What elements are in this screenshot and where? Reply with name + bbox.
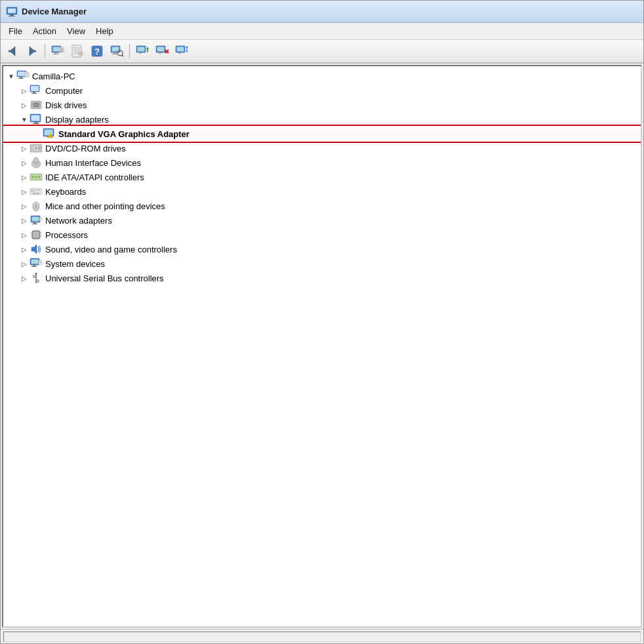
help-button[interactable]: ? — [88, 42, 106, 60]
svg-rect-82 — [35, 176, 37, 178]
hid-expand-icon[interactable]: ▷ — [19, 157, 30, 168]
toolbar-sep-2 — [129, 44, 130, 58]
svg-marker-128 — [35, 273, 37, 275]
system-expand-icon[interactable]: ▷ — [19, 258, 30, 269]
tree-item-computer[interactable]: ▷ Computer — [3, 83, 641, 98]
ide-expand-icon[interactable]: ▷ — [19, 172, 30, 182]
svg-rect-67 — [45, 130, 53, 136]
svg-rect-98 — [32, 217, 39, 222]
back-button[interactable] — [3, 42, 22, 60]
svg-rect-88 — [37, 190, 39, 191]
system-icon — [30, 257, 43, 270]
toolbar-sep-1 — [45, 44, 45, 58]
tree-item-ide[interactable]: ▷ IDE ATA/ATAPI controllers — [3, 170, 641, 184]
svg-rect-7 — [34, 50, 36, 52]
menu-file[interactable]: File — [3, 24, 28, 38]
svg-line-31 — [122, 55, 123, 56]
menu-help[interactable]: Help — [91, 24, 119, 38]
menu-view[interactable]: View — [62, 24, 91, 38]
svg-rect-63 — [31, 115, 40, 121]
svg-rect-89 — [39, 190, 41, 191]
svg-rect-121 — [31, 266, 37, 267]
dvd-label: DVD/CD-ROM drives — [45, 144, 126, 153]
usb-expand-icon[interactable]: ▷ — [19, 273, 30, 283]
ide-label: IDE ATA/ATAPI controllers — [45, 172, 144, 182]
processors-label: Processors — [45, 230, 88, 240]
disk-expand-icon[interactable]: ▷ — [19, 100, 30, 110]
tree-item-keyboard[interactable]: ▷ Keyboards — [3, 184, 641, 199]
svg-rect-43 — [177, 47, 184, 52]
tree-item-display[interactable]: ▼ Display adapters — [3, 112, 641, 127]
mouse-icon — [30, 199, 43, 212]
toolbar: ? — [1, 40, 643, 64]
display-expand-icon[interactable]: ▼ — [19, 114, 30, 125]
svg-marker-6 — [30, 47, 35, 56]
keyboard-expand-icon[interactable]: ▷ — [19, 186, 30, 197]
mouse-expand-icon[interactable]: ▷ — [19, 201, 30, 211]
svg-rect-120 — [33, 265, 35, 266]
sound-label: Sound, video and game controllers — [45, 245, 177, 254]
hid-label: Human Interface Devices — [45, 158, 141, 168]
computer-label: Computer — [45, 86, 83, 96]
tree-item-usb[interactable]: ▷ Universal Serial Bus controllers — [3, 271, 641, 285]
mouse-label: Mice and other pointing devices — [45, 201, 165, 211]
svg-rect-91 — [33, 191, 35, 193]
update-driver-button[interactable] — [133, 42, 151, 60]
root-expand-icon[interactable]: ▼ — [6, 71, 16, 81]
scan-button[interactable] — [108, 42, 126, 60]
display-label: Display adapters — [45, 115, 109, 125]
svg-rect-64 — [34, 122, 38, 123]
svg-rect-49 — [20, 77, 22, 78]
tree-item-disk[interactable]: ▷ Disk drives — [3, 98, 641, 112]
network-label: Network adapters — [45, 216, 112, 226]
menu-bar: File Action View Help — [1, 23, 643, 40]
menu-action[interactable]: Action — [28, 24, 62, 38]
svg-rect-50 — [18, 78, 24, 79]
svg-rect-2 — [10, 14, 14, 16]
tree-root[interactable]: ▼ Camilla-PC — [3, 69, 641, 83]
sound-expand-icon[interactable]: ▷ — [19, 244, 30, 254]
tree-item-network[interactable]: ▷ Network adapters — [3, 213, 641, 228]
tree-item-system[interactable]: ▷ System devices — [3, 256, 641, 271]
processors-expand-icon[interactable]: ▷ — [19, 230, 30, 240]
svg-rect-1 — [8, 9, 16, 13]
usb-label: Universal Serial Bus controllers — [45, 273, 164, 283]
svg-rect-33 — [138, 47, 145, 52]
status-bar — [1, 629, 643, 643]
system-label: System devices — [45, 259, 105, 269]
dvd-expand-icon[interactable]: ▷ — [19, 143, 30, 153]
svg-rect-87 — [35, 190, 37, 191]
svg-rect-85 — [31, 190, 33, 191]
svg-rect-81 — [32, 176, 34, 178]
svg-point-73 — [35, 148, 37, 150]
properties-button[interactable] — [68, 42, 87, 60]
computer-icon — [30, 84, 43, 97]
svg-rect-104 — [35, 233, 38, 237]
device-manager-button[interactable] — [49, 42, 67, 60]
tree-item-processors[interactable]: ▷ — [3, 228, 641, 242]
tree-item-dvd[interactable]: ▷ DVD/CD-ROM drives — [3, 141, 641, 155]
forward-button[interactable] — [23, 42, 41, 60]
device-tree[interactable]: ▼ Camilla-PC ▷ — [3, 66, 641, 626]
svg-point-61 — [35, 104, 37, 106]
computer-expand-icon[interactable]: ▷ — [19, 85, 30, 96]
hid-icon — [30, 156, 43, 169]
svg-marker-45 — [186, 47, 188, 49]
ide-icon — [30, 171, 43, 184]
svg-rect-46 — [186, 49, 188, 52]
svg-rect-10 — [54, 52, 57, 54]
svg-rect-65 — [33, 123, 39, 124]
svg-rect-90 — [31, 191, 33, 193]
network-expand-icon[interactable]: ▷ — [19, 215, 30, 226]
tree-item-hid[interactable]: ▷ Human Interface Devices — [3, 155, 641, 170]
tree-item-sound[interactable]: ▷ Sound, video and game controllers — [3, 242, 641, 256]
usb-icon — [30, 272, 43, 285]
tree-item-vga[interactable]: ! Standard VGA Graphics Adapter — [3, 127, 641, 141]
svg-rect-48 — [18, 71, 26, 76]
svg-rect-92 — [33, 193, 39, 194]
tree-item-mouse[interactable]: ▷ Mice and other pointing devices — [3, 199, 641, 213]
keyboard-icon — [30, 185, 43, 198]
uninstall-button[interactable] — [153, 42, 171, 60]
rollback-button[interactable] — [172, 42, 191, 60]
svg-rect-100 — [32, 224, 37, 224]
